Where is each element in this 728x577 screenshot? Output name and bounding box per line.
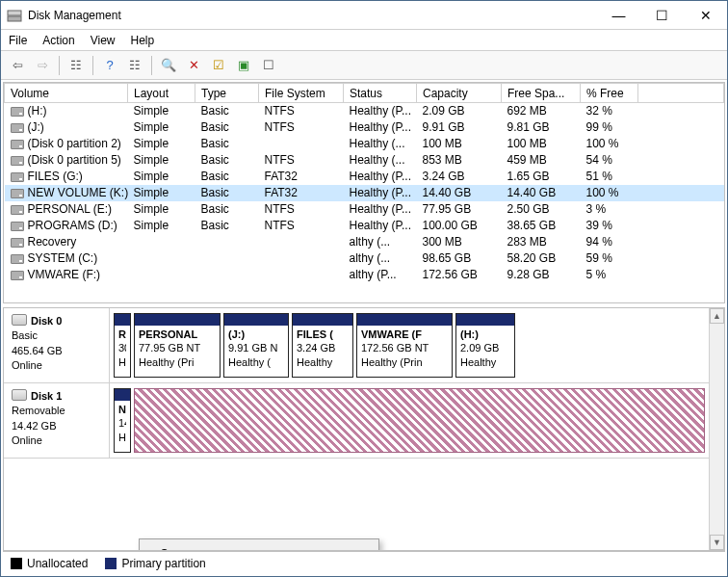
- volume-list: Volume Layout Type File System Status Ca…: [3, 82, 725, 303]
- partition-block[interactable]: PERSONAL77.95 GB NTHealthy (Pri: [134, 313, 221, 378]
- forward-icon[interactable]: ⇨: [32, 55, 53, 76]
- table-row[interactable]: (Disk 0 partition 2)SimpleBasicHealthy (…: [5, 136, 724, 152]
- legend: Unallocated Primary partition: [3, 551, 725, 574]
- disk-icon: [12, 389, 27, 401]
- col-type[interactable]: Type: [195, 84, 259, 103]
- col-pctfree[interactable]: % Free: [581, 84, 638, 103]
- content-area: Volume Layout Type File System Status Ca…: [1, 80, 727, 576]
- table-row[interactable]: VMWARE (F:)althy (P...172.56 GB9.28 GB5 …: [5, 267, 724, 283]
- context-menu: OpenExploreMark Partition as ActiveChang…: [139, 538, 379, 551]
- partition-block[interactable]: (H:)2.09 GBHealthy: [455, 313, 515, 378]
- menu-bar: File Action View Help: [1, 30, 727, 51]
- properties-icon[interactable]: ☑: [208, 55, 229, 76]
- disk1-type: Removable: [12, 404, 101, 418]
- disk1-size: 14.42 GB: [12, 419, 101, 433]
- rescan-icon[interactable]: 🔍: [158, 55, 179, 76]
- table-row[interactable]: (H:)SimpleBasicNTFSHealthy (P...2.09 GB6…: [5, 103, 724, 119]
- disk0-title: Disk 0: [31, 315, 62, 327]
- table-row[interactable]: FILES (G:)SimpleBasicFAT32Healthy (P...3…: [5, 169, 724, 185]
- drive-icon: [11, 254, 24, 264]
- disk0-label[interactable]: Disk 0 Basic 465.64 GB Online: [4, 308, 110, 382]
- drive-icon: [11, 107, 24, 117]
- table-row[interactable]: NEW VOLUME (K:)SimpleBasicFAT32Healthy (…: [5, 185, 724, 201]
- table-row[interactable]: SYSTEM (C:)althy (...98.65 GB58.20 GB59 …: [5, 250, 724, 267]
- menu-item[interactable]: Open: [143, 542, 376, 551]
- col-status[interactable]: Status: [344, 84, 417, 103]
- delete-icon[interactable]: ✕: [183, 55, 204, 76]
- close-button[interactable]: ✕: [684, 1, 727, 29]
- drive-icon: [11, 140, 24, 149]
- col-capacity[interactable]: Capacity: [417, 84, 502, 103]
- menu-action[interactable]: Action: [42, 34, 74, 47]
- maximize-button[interactable]: ☐: [640, 1, 684, 29]
- drive-icon: [11, 189, 24, 198]
- svg-rect-0: [8, 16, 21, 21]
- drive-icon: [11, 271, 24, 280]
- table-row[interactable]: PROGRAMS (D:)SimpleBasicNTFSHealthy (P..…: [5, 218, 724, 234]
- svg-rect-1: [8, 11, 21, 15]
- disk1-title: Disk 1: [31, 390, 62, 402]
- disk-management-window: Disk Management — ☐ ✕ File Action View H…: [0, 0, 728, 577]
- partition-block[interactable]: N14H: [114, 388, 131, 453]
- window-title: Disk Management: [28, 9, 121, 22]
- col-free[interactable]: Free Spa...: [502, 84, 581, 103]
- legend-primary: Primary partition: [105, 557, 205, 570]
- column-headers: Volume Layout Type File System Status Ca…: [5, 84, 724, 103]
- drive-icon: [11, 156, 24, 166]
- minimize-button[interactable]: —: [597, 1, 640, 29]
- drive-icon: [11, 172, 24, 182]
- col-spacer: [638, 84, 724, 103]
- table-row[interactable]: PERSONAL (E:)SimpleBasicNTFSHealthy (P..…: [5, 201, 724, 218]
- disk0-size: 465.64 GB: [12, 344, 101, 358]
- drive-icon: [11, 205, 24, 215]
- toolbar: ⇦ ⇨ ☷ ? ☷ 🔍 ✕ ☑ ▣ ☐: [1, 51, 727, 80]
- disk0-type: Basic: [12, 328, 101, 343]
- drive-icon: [11, 238, 24, 248]
- app-icon: [7, 8, 22, 23]
- disk0-status: Online: [12, 358, 101, 373]
- disk0-row: Disk 0 Basic 465.64 GB Online R30HPERSON…: [4, 308, 709, 383]
- extra-icon[interactable]: ☐: [258, 55, 279, 76]
- menu-file[interactable]: File: [9, 34, 27, 47]
- partition-block[interactable]: R30H: [114, 313, 131, 378]
- col-filesystem[interactable]: File System: [259, 84, 344, 103]
- show-hide-icon[interactable]: ☷: [65, 55, 87, 76]
- menu-help[interactable]: Help: [131, 34, 155, 47]
- partition-block[interactable]: VMWARE (F172.56 GB NTHealthy (Prin: [356, 313, 453, 378]
- table-row[interactable]: (J:)SimpleBasicNTFSHealthy (P...9.91 GB9…: [5, 119, 724, 136]
- refresh-icon[interactable]: ☷: [124, 55, 145, 76]
- vertical-scrollbar[interactable]: ▲ ▼: [709, 308, 724, 550]
- action-icon[interactable]: ▣: [233, 55, 254, 76]
- disk1-label[interactable]: Disk 1 Removable 14.42 GB Online: [4, 383, 110, 458]
- help-icon[interactable]: ?: [99, 55, 120, 76]
- table-row[interactable]: Recoveryalthy (...300 MB283 MB94 %: [5, 234, 724, 250]
- menu-view[interactable]: View: [91, 34, 116, 47]
- legend-unallocated: Unallocated: [11, 557, 88, 570]
- col-volume[interactable]: Volume: [5, 84, 128, 103]
- drive-icon: [11, 123, 24, 133]
- disk1-row: Disk 1 Removable 14.42 GB Online N14H: [4, 383, 709, 459]
- drive-icon: [11, 222, 24, 231]
- scroll-up-icon[interactable]: ▲: [710, 308, 724, 324]
- disk-icon: [12, 314, 27, 326]
- partition-block[interactable]: FILES (3.24 GBHealthy: [292, 313, 353, 378]
- table-row[interactable]: (Disk 0 partition 5)SimpleBasicNTFSHealt…: [5, 152, 724, 169]
- graphical-view: Disk 0 Basic 465.64 GB Online R30HPERSON…: [3, 307, 725, 551]
- disk1-hatched-area[interactable]: [134, 388, 705, 453]
- back-icon[interactable]: ⇦: [7, 55, 28, 76]
- title-bar: Disk Management — ☐ ✕: [1, 1, 727, 30]
- disk1-status: Online: [12, 433, 101, 448]
- scroll-down-icon[interactable]: ▼: [710, 535, 724, 550]
- col-layout[interactable]: Layout: [128, 84, 195, 103]
- partition-block[interactable]: (J:)9.91 GB NHealthy (: [223, 313, 289, 378]
